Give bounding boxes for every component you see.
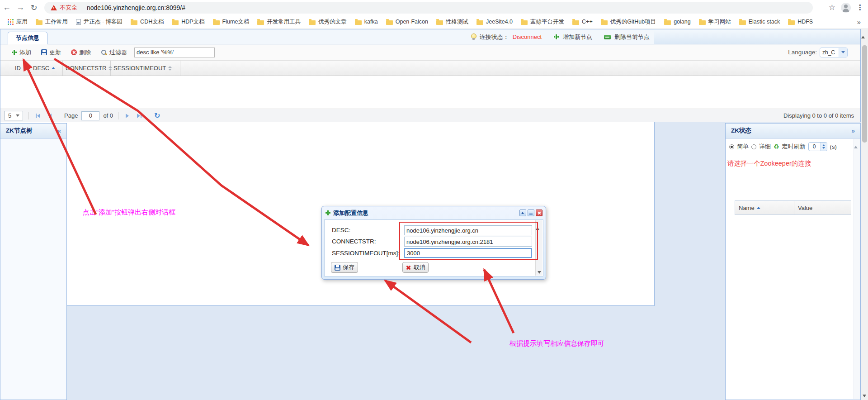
chevron-down-icon[interactable] — [839, 48, 847, 57]
minimize-dialog-button[interactable] — [528, 210, 534, 216]
tab-bar: 节点信息 连接状态： Disconnect 增加新节点 删除当前节点 — [0, 29, 654, 44]
folder-icon — [213, 20, 220, 25]
scroll-down-icon[interactable] — [538, 271, 541, 274]
bookmarks-overflow-icon[interactable]: » — [857, 18, 864, 26]
bookmark-item[interactable]: Elastic stack — [735, 16, 784, 27]
zk-status-title: ZK状态 — [731, 127, 751, 135]
connection-status-value: Disconnect — [513, 33, 542, 40]
save-button[interactable]: 保存 — [331, 262, 358, 273]
bookmark-item[interactable]: 工作常用 — [32, 16, 72, 27]
scroll-up-icon[interactable] — [861, 29, 865, 38]
collapse-panel-icon[interactable]: « — [57, 127, 61, 134]
grid-header-connectstr[interactable]: CONNECTSTR — [63, 61, 111, 76]
pagination-bar: 5 Page of 0 ↻ Displaying 0 to 0 of 0 ite… — [0, 109, 860, 122]
browser-actions: ☆ ⋮ — [829, 3, 868, 13]
desc-field[interactable] — [404, 225, 532, 235]
status-col-name[interactable]: Name — [735, 201, 794, 214]
add-button[interactable]: 添加 — [9, 47, 34, 58]
page-scrollbar[interactable] — [861, 29, 868, 400]
bookmark-item[interactable]: kafka — [351, 16, 382, 27]
status-col-value[interactable]: Value — [794, 201, 851, 214]
back-icon[interactable]: ← — [0, 3, 14, 12]
tab-node-info[interactable]: 节点信息 — [8, 32, 47, 44]
delete-button[interactable]: 删除 — [68, 47, 94, 58]
page-size-select[interactable]: 5 — [4, 111, 23, 120]
bookmark-item[interactable]: 性格测试 — [432, 16, 472, 27]
bookmark-item[interactable]: CDH文档 — [127, 16, 168, 27]
zk-tree-title: ZK节点树 — [6, 127, 33, 135]
apps-label: 应用 — [16, 18, 28, 26]
page-favicon — [76, 19, 81, 25]
timer-refresh-button[interactable]: 定时刷新 — [782, 143, 806, 151]
bookmark-item[interactable]: 开发常用工具 — [253, 16, 305, 27]
radio-detail[interactable] — [751, 144, 756, 149]
first-page-button[interactable] — [33, 113, 42, 119]
connection-toolbar: 连接状态： Disconnect 增加新节点 删除当前节点 — [471, 29, 650, 44]
grid-header-filler — [180, 61, 860, 76]
bookmark-star-icon[interactable]: ☆ — [829, 3, 835, 12]
filter-input[interactable] — [134, 48, 215, 57]
bookmarks-bar: 应用 工作常用 尹正杰 - 博客园 CDH文档 HDP文档 Flume文档 开发… — [0, 15, 868, 29]
prev-page-button[interactable] — [46, 113, 54, 119]
grid-header-id[interactable]: ID — [12, 61, 30, 76]
filter-button[interactable]: 过滤器 — [98, 47, 130, 58]
last-page-button[interactable] — [135, 113, 144, 119]
next-page-button[interactable] — [123, 113, 131, 119]
close-dialog-button[interactable] — [536, 210, 542, 216]
dialog-scrollbar[interactable] — [535, 220, 542, 276]
scroll-up-icon[interactable] — [536, 220, 539, 230]
dialog-header[interactable]: 添加配置信息 — [322, 206, 546, 219]
desc-label: DESC: — [332, 227, 350, 233]
bookmark-item[interactable]: HDP文档 — [168, 16, 208, 27]
connectstr-field[interactable] — [404, 237, 532, 247]
add-node-icon — [553, 34, 559, 40]
spinner-arrows-icon[interactable] — [820, 143, 827, 151]
bookmark-item[interactable]: 学习网站 — [695, 16, 735, 27]
bookmark-item[interactable]: JeeSite4.0 — [472, 16, 517, 27]
bookmark-item[interactable]: HDFS — [784, 16, 817, 27]
timer-spinner[interactable]: 0 — [808, 142, 827, 151]
address-bar[interactable]: ! 不安全 node106.yinzhengjie.org.cn:8099/# — [44, 2, 813, 14]
cancel-button[interactable]: 取消 — [402, 262, 429, 273]
folder-icon — [788, 20, 795, 25]
save-icon — [41, 49, 47, 55]
reload-icon[interactable]: ↻ — [27, 3, 41, 13]
annotation-tip-add: 点击“添加”按钮弹出右侧对话框 — [83, 208, 175, 217]
bookmark-item[interactable]: Open-Falcon — [382, 16, 432, 27]
radio-simple[interactable] — [729, 144, 734, 149]
folder-icon — [521, 20, 528, 25]
forward-icon[interactable]: → — [14, 3, 27, 12]
profile-avatar[interactable] — [841, 3, 851, 13]
status-scrollbar[interactable] — [854, 139, 860, 399]
url-text[interactable]: node106.yinzhengjie.org.cn:8099/# — [87, 4, 185, 11]
status-toolbar: 简单 详细 ♻ 定时刷新 0 (s) — [726, 138, 860, 151]
refresh-icon[interactable]: ↻ — [154, 112, 160, 119]
config-toolbar: 添加 更新 删除 过滤器 Language: — [0, 44, 860, 61]
page-number-input[interactable] — [81, 111, 99, 120]
bookmark-item[interactable]: 优秀的文章 — [305, 16, 351, 27]
security-label[interactable]: 不安全 — [60, 4, 77, 12]
menu-kebab-icon[interactable]: ⋮ — [856, 3, 863, 12]
sessiontimeout-field[interactable] — [404, 248, 532, 258]
bookmark-item[interactable]: C++ — [568, 16, 597, 27]
grid-body-empty — [0, 76, 860, 109]
grid-header-desc[interactable]: DESC — [30, 61, 63, 76]
bookmark-item[interactable]: 尹正杰 - 博客园 — [72, 16, 127, 27]
scrollbar-thumb[interactable] — [862, 45, 867, 143]
expand-panel-icon[interactable]: » — [851, 127, 855, 134]
bookmark-item[interactable]: 蓝鲸平台开发 — [517, 16, 568, 27]
collapse-dialog-button[interactable] — [519, 210, 526, 216]
grid-header-sessiontimeout[interactable]: SESSIONTIMEOUT — [111, 61, 180, 76]
security-warning-icon: ! — [51, 5, 57, 10]
connection-status-label: 连接状态： — [480, 33, 509, 41]
apps-shortcut[interactable]: 应用 — [4, 16, 32, 27]
bookmark-item[interactable]: Flume文档 — [209, 16, 254, 27]
language-combobox[interactable]: zh_C — [820, 48, 848, 57]
scroll-down-icon[interactable] — [863, 395, 866, 397]
bookmark-item[interactable]: golang — [660, 16, 695, 27]
update-button[interactable]: 更新 — [38, 47, 64, 58]
remove-node-button[interactable]: 删除当前节点 — [614, 33, 650, 41]
folder-icon — [355, 20, 362, 25]
add-node-button[interactable]: 增加新节点 — [563, 33, 592, 41]
bookmark-item[interactable]: 优秀的GitHub项目 — [597, 16, 660, 27]
